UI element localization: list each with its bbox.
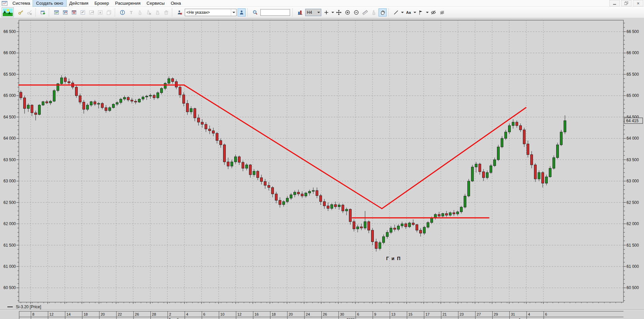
candle-up: [309, 191, 311, 193]
zoom-in-button[interactable]: [344, 8, 352, 16]
menu-system[interactable]: Система: [9, 0, 33, 6]
window-chart-button[interactable]: [52, 8, 61, 16]
window-close-button[interactable]: [96, 8, 104, 16]
menu-extensions[interactable]: Расширения: [112, 0, 144, 6]
instrument-combo-value: <Не указан>: [185, 10, 231, 15]
hand-x-button[interactable]: [145, 8, 153, 16]
key-x-icon: [27, 10, 32, 15]
date-label: 6: [203, 312, 205, 316]
y-axis-label-left: 64 500: [3, 115, 16, 119]
flag-icon: [418, 10, 424, 15]
candle-up: [501, 138, 503, 147]
candle-down: [35, 113, 37, 114]
window-new-button[interactable]: [39, 8, 47, 16]
candle-up: [431, 218, 433, 222]
candle-up: [390, 228, 392, 233]
chart-canvas[interactable]: 66 50066 50066 00066 00065 50065 50065 0…: [0, 18, 644, 319]
candle-down: [220, 141, 222, 145]
candle-up: [505, 132, 507, 138]
window-copy-button[interactable]: [105, 8, 113, 16]
candle-down: [542, 173, 544, 183]
line-tool-button[interactable]: [392, 8, 400, 16]
plus-icon: [324, 10, 329, 15]
instrument-combo[interactable]: <Не указан>: [185, 9, 237, 16]
zoom-out-button[interactable]: [352, 8, 360, 16]
move-button[interactable]: [335, 8, 343, 16]
candle-down: [131, 100, 133, 101]
hand-one-icon: [137, 10, 143, 15]
eye-slash-button[interactable]: [429, 8, 437, 16]
text-style-button[interactable]: Aa: [404, 8, 413, 16]
restore-button[interactable]: [621, 0, 632, 6]
zoom-out-icon: [354, 10, 359, 15]
dropdown-caret-button[interactable]: [331, 9, 334, 16]
window-copy-icon: [106, 10, 112, 15]
window-quotes-button[interactable]: [70, 8, 78, 16]
key-x-button[interactable]: [26, 8, 34, 16]
menu-actions[interactable]: Действия: [66, 0, 92, 6]
menu-windows[interactable]: Окна: [168, 0, 184, 6]
candle-down: [453, 213, 455, 214]
text-tool-button[interactable]: T: [127, 8, 135, 16]
chart-window[interactable]: 66 50066 50066 00066 00065 50065 50065 0…: [0, 18, 644, 319]
candle-down: [349, 209, 352, 222]
candle-down: [79, 96, 81, 102]
ruler-button[interactable]: [361, 8, 369, 16]
chevron-down-icon[interactable]: [231, 9, 236, 16]
date-label: 18: [83, 312, 87, 316]
window-wrench-button[interactable]: [87, 8, 96, 16]
dropdown-caret-button[interactable]: [413, 9, 417, 16]
candle-down: [323, 202, 326, 206]
candle-down: [257, 171, 259, 178]
date-label: 6: [357, 312, 359, 316]
menu-create-window[interactable]: Создать окно: [33, 0, 66, 6]
candle-up: [346, 209, 348, 211]
y-axis-label-right: 62 000: [627, 221, 639, 226]
person-x-button[interactable]: [176, 8, 184, 16]
candle-down: [186, 103, 189, 112]
grab-hand-button[interactable]: [379, 8, 387, 16]
timeframe-combo[interactable]: H4: [305, 9, 321, 16]
candle-down: [438, 214, 440, 216]
close-button[interactable]: ×: [633, 0, 643, 6]
candle-down: [209, 129, 211, 131]
window-chart-icon: [54, 10, 59, 15]
chevron-down-icon: [331, 12, 334, 13]
date-label: 15: [408, 312, 413, 316]
key-button[interactable]: [17, 8, 25, 16]
search-input[interactable]: [260, 9, 290, 16]
info-button[interactable]: [118, 8, 127, 16]
menu-broker[interactable]: Брокер: [92, 0, 112, 6]
candle-up: [305, 193, 307, 196]
point-hand-button[interactable]: [370, 8, 378, 16]
hand-one-button[interactable]: [136, 8, 144, 16]
dropdown-caret-button[interactable]: [425, 9, 429, 16]
candle-up: [464, 196, 466, 207]
window-lasso-button[interactable]: [79, 8, 87, 16]
bar-chart-button[interactable]: [296, 8, 304, 16]
layers-button[interactable]: [438, 8, 446, 16]
candle-up: [246, 165, 248, 168]
person-button[interactable]: [238, 8, 246, 16]
window-candle-button[interactable]: [61, 8, 69, 16]
chevron-down-icon[interactable]: [316, 9, 321, 16]
candle-down: [482, 172, 485, 178]
candle-up: [423, 227, 426, 233]
dropdown-caret-button[interactable]: [400, 9, 404, 16]
hand-two-button[interactable]: [153, 8, 162, 16]
candle-down: [205, 124, 207, 129]
picture-button[interactable]: [2, 7, 14, 17]
y-axis-label-right: 60 500: [627, 285, 639, 290]
candle-down: [420, 230, 422, 233]
plus-button[interactable]: [322, 8, 330, 16]
minimize-button[interactable]: [609, 0, 620, 6]
candle-up: [379, 243, 381, 249]
candle-down: [183, 95, 185, 103]
candle-down: [368, 222, 370, 230]
hand-stop-button[interactable]: [162, 8, 170, 16]
bar-chart-icon: [297, 10, 303, 15]
pattern-annotation[interactable]: Г и П: [386, 256, 401, 261]
magnifier-button[interactable]: [251, 8, 259, 16]
flag-button[interactable]: [417, 8, 425, 16]
menu-services[interactable]: Сервисы: [144, 0, 168, 6]
